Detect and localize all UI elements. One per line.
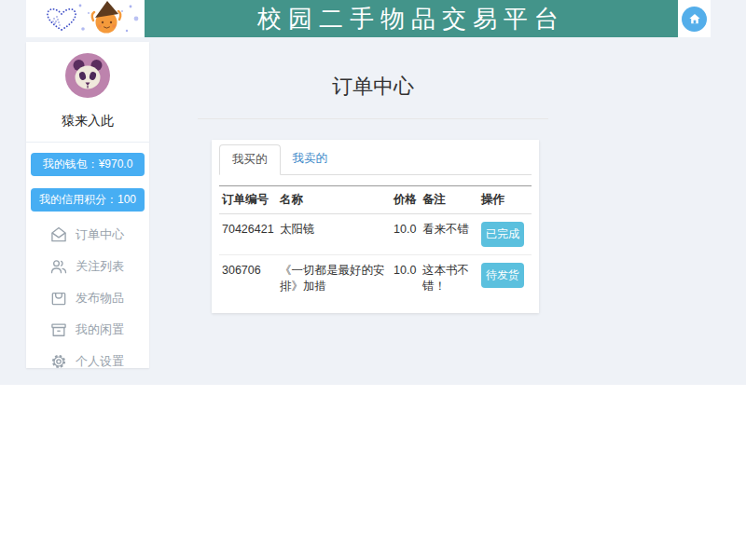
order-status-button[interactable]: 待发货 xyxy=(481,263,524,288)
shopping-bag-icon xyxy=(49,289,68,307)
price-cell: 10.0 xyxy=(391,214,420,255)
page: 校园二手物品交易平台 猿来入此 我的钱包：¥970.0 xyxy=(0,0,746,560)
table-header-row: 订单编号 名称 价格 备注 操作 xyxy=(219,186,532,214)
order-no-cell: 306706 xyxy=(219,255,277,302)
table-row: 306706 《一切都是最好的安排》加措 10.0 这本书不错！ 待发货 xyxy=(219,255,532,302)
sidebar-menu: 订单中心 关注列表 发布物品 我的闲置 xyxy=(26,219,149,377)
title-divider xyxy=(198,118,548,119)
name-cell: 《一切都是最好的安排》加措 xyxy=(277,255,391,302)
sidebar-item-publish-item[interactable]: 发布物品 xyxy=(26,282,149,314)
col-header-name: 名称 xyxy=(277,186,391,214)
archive-box-icon xyxy=(49,321,68,339)
order-no-cell: 70426421 xyxy=(219,214,277,255)
gear-icon xyxy=(49,352,68,371)
avatar[interactable] xyxy=(65,53,110,98)
wallet-badge[interactable]: 我的钱包：¥970.0 xyxy=(31,153,145,176)
sidebar-divider xyxy=(26,142,149,143)
site-logo[interactable] xyxy=(26,0,145,37)
sidebar-item-label: 发布物品 xyxy=(76,290,124,307)
home-button[interactable] xyxy=(682,7,707,32)
orders-table: 订单编号 名称 价格 备注 操作 70426421 太阳镜 10.0 看来不错 … xyxy=(219,185,532,302)
sidebar-item-label: 个人设置 xyxy=(76,353,124,370)
sidebar-item-order-center[interactable]: 订单中心 xyxy=(26,219,149,251)
logo-heart-and-face-icon xyxy=(26,0,145,37)
price-cell: 10.0 xyxy=(391,255,420,302)
username: 猿来入此 xyxy=(26,113,149,130)
note-cell: 看来不错 xyxy=(420,214,478,255)
sidebar-item-my-idle[interactable]: 我的闲置 xyxy=(26,314,149,346)
action-cell: 待发货 xyxy=(478,255,532,302)
sidebar-item-follow-list[interactable]: 关注列表 xyxy=(26,251,149,282)
page-title: 订单中心 xyxy=(198,73,548,101)
col-header-action: 操作 xyxy=(478,186,532,214)
col-header-note: 备注 xyxy=(420,186,478,214)
order-tabs: 我买的 我卖的 xyxy=(219,144,532,175)
site-title: 校园二手物品交易平台 xyxy=(145,0,678,37)
users-icon xyxy=(49,257,68,276)
mail-open-icon xyxy=(49,225,68,244)
sidebar-item-label: 我的闲置 xyxy=(76,321,124,338)
orders-card: 我买的 我卖的 订单编号 名称 价格 备注 操作 70426421 太阳镜 10… xyxy=(212,140,539,313)
sidebar-item-label: 订单中心 xyxy=(76,226,124,243)
tab-my-purchases[interactable]: 我买的 xyxy=(219,144,281,175)
sidebar-item-personal-settings[interactable]: 个人设置 xyxy=(26,346,149,377)
user-profile: 猿来入此 xyxy=(26,42,149,130)
table-row: 70426421 太阳镜 10.0 看来不错 已完成 xyxy=(219,214,532,255)
tab-my-sales[interactable]: 我卖的 xyxy=(281,144,340,175)
sidebar-item-label: 关注列表 xyxy=(76,258,124,275)
action-cell: 已完成 xyxy=(478,214,532,255)
col-header-order-no: 订单编号 xyxy=(219,186,277,214)
name-cell: 太阳镜 xyxy=(277,214,391,255)
note-cell: 这本书不错！ xyxy=(420,255,478,302)
sidebar: 猿来入此 我的钱包：¥970.0 我的信用积分：100 订单中心 关注列表 xyxy=(26,42,149,368)
main-header: 订单中心 xyxy=(198,73,548,119)
order-status-button[interactable]: 已完成 xyxy=(481,222,524,247)
credit-badge[interactable]: 我的信用积分：100 xyxy=(31,188,145,212)
home-button-container xyxy=(678,0,711,37)
col-header-price: 价格 xyxy=(391,186,420,214)
home-icon xyxy=(687,11,702,26)
